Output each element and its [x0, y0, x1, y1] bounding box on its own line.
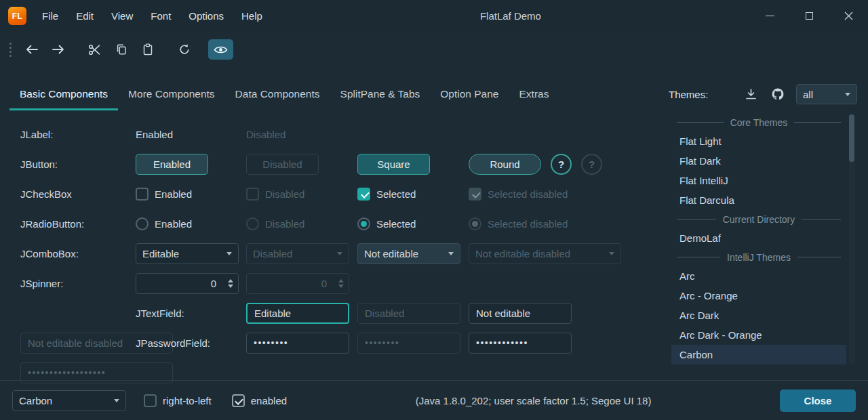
theme-select-combo[interactable]: Carbon: [12, 390, 126, 411]
radio-circle-selected: [469, 217, 481, 230]
tab-data-components[interactable]: Data Components: [225, 77, 330, 112]
textfield-editable[interactable]: Editable: [246, 303, 349, 324]
maximize-icon: [806, 12, 813, 20]
titlebar: FL File Edit View Font Options Help Flat…: [0, 0, 868, 32]
themes-header: Themes: all: [669, 77, 857, 112]
close-icon: [844, 12, 853, 20]
download-themes-button[interactable]: [741, 85, 761, 104]
combobox-value: Editable: [142, 248, 179, 259]
toolbar: [0, 32, 868, 67]
tab-option-pane[interactable]: Option Pane: [430, 77, 509, 112]
enabled-checkbox[interactable]: enabled: [232, 394, 287, 407]
textfield-not-editable[interactable]: Not editable: [469, 303, 572, 324]
chevron-down-icon: [337, 252, 342, 255]
spinner-arrows[interactable]: [223, 279, 238, 288]
radio-selected[interactable]: Selected: [357, 217, 416, 230]
radio-circle-selected: [357, 217, 370, 230]
theme-item-flat-dark[interactable]: Flat Dark: [671, 151, 846, 171]
menu-view[interactable]: View: [102, 0, 142, 32]
theme-item-arc-dark[interactable]: Arc Dark: [671, 306, 846, 325]
spinner-value: 0: [247, 278, 334, 289]
menu-edit[interactable]: Edit: [67, 0, 102, 32]
themes-scrollbar[interactable]: [849, 113, 854, 364]
checkbox-label: Selected disabled: [488, 188, 568, 200]
menu-font[interactable]: Font: [142, 0, 180, 32]
themes-scrollbar-thumb[interactable]: [849, 114, 854, 162]
tab-splitpane-tabs[interactable]: SplitPane & Tabs: [330, 77, 431, 112]
radio-selected-disabled: Selected disabled: [469, 217, 568, 230]
theme-item-demolaf[interactable]: DemoLaf: [671, 228, 846, 248]
themes-filter-value: all: [803, 89, 813, 100]
checkbox-selected[interactable]: Selected: [357, 188, 416, 201]
theme-separator-core: Core Themes: [671, 113, 846, 131]
passwordfield-editable[interactable]: ••••••••: [246, 333, 349, 354]
maximize-button[interactable]: [789, 0, 829, 32]
github-button[interactable]: [768, 85, 788, 104]
spinner-enabled[interactable]: 0: [136, 273, 239, 294]
button-disabled: Disabled: [246, 154, 319, 175]
back-button[interactable]: [19, 39, 44, 60]
combobox-editable[interactable]: Editable: [136, 243, 239, 264]
button-enabled[interactable]: Enabled: [136, 154, 208, 175]
bottom-bar: Carbon right-to-left enabled (Java 1.8.0…: [0, 380, 868, 420]
textfield-value: Not editable: [476, 308, 530, 319]
button-round[interactable]: Round: [469, 154, 541, 175]
checkbox-disabled: Disabled: [246, 188, 304, 201]
minimize-icon: [766, 16, 774, 16]
themes-label: Themes:: [669, 89, 708, 100]
checkbox-box-checked: [232, 394, 245, 407]
paste-button[interactable]: [135, 39, 160, 60]
theme-separator-current-directory: Current Directory: [671, 210, 846, 228]
spinner-disabled: 0: [246, 273, 349, 294]
refresh-icon: [178, 43, 191, 56]
radio-enabled[interactable]: Enabled: [136, 217, 192, 230]
theme-item-flat-light[interactable]: Flat Light: [671, 131, 846, 151]
chevron-down-icon: [609, 252, 614, 255]
download-icon: [745, 88, 757, 100]
theme-item-carbon[interactable]: Carbon: [671, 345, 846, 364]
spinner-up-icon: [228, 279, 233, 282]
textfield-value: Editable: [254, 308, 291, 319]
checkbox-enabled[interactable]: Enabled: [136, 188, 192, 201]
menu-options[interactable]: Options: [180, 0, 233, 32]
cut-button[interactable]: [82, 39, 107, 60]
right-to-left-checkbox[interactable]: right-to-left: [144, 394, 212, 407]
forward-button[interactable]: [45, 39, 71, 60]
toolbar-grip[interactable]: [9, 43, 12, 57]
status-text: (Java 1.8.0_202; user scale factor 1.5; …: [287, 395, 780, 406]
checkbox-box: [144, 394, 157, 407]
tab-bar: Basic Components More Components Data Co…: [9, 77, 559, 112]
radio-label: Selected: [376, 218, 416, 230]
tab-extras[interactable]: Extras: [509, 77, 559, 112]
theme-item-flat-intellij[interactable]: Flat IntelliJ: [671, 171, 846, 190]
textfield-disabled: Disabled: [357, 303, 460, 324]
passwordfield-value: ••••••••••••••••••: [28, 367, 106, 378]
combobox-not-editable-disabled: Not editable disabled: [469, 243, 621, 264]
menu-file[interactable]: File: [33, 0, 67, 32]
close-button[interactable]: Close: [780, 390, 856, 412]
help-button[interactable]: ?: [551, 154, 572, 175]
radio-label: Selected disabled: [488, 218, 568, 230]
refresh-button[interactable]: [172, 39, 197, 60]
tab-basic-components[interactable]: Basic Components: [9, 77, 118, 112]
theme-item-arc[interactable]: Arc: [671, 266, 846, 286]
minimize-button[interactable]: [750, 0, 789, 32]
radio-label: Enabled: [155, 218, 192, 230]
menu-help[interactable]: Help: [233, 0, 271, 32]
passwordfield-not-editable[interactable]: ••••••••••••: [469, 333, 572, 354]
menubar: File Edit View Font Options Help: [33, 0, 271, 32]
jradiobutton-row-label: JRadioButton:: [20, 218, 84, 230]
themes-filter-combo[interactable]: all: [796, 84, 857, 104]
copy-button[interactable]: [108, 39, 134, 60]
combobox-not-editable[interactable]: Not editable: [357, 243, 460, 264]
theme-item-arc-dark-orange[interactable]: Arc Dark - Orange: [671, 325, 846, 345]
close-window-button[interactable]: [829, 0, 868, 32]
spinner-down-icon: [228, 285, 233, 288]
show-toggle-button[interactable]: [208, 39, 233, 60]
tab-more-components[interactable]: More Components: [118, 77, 225, 112]
button-square[interactable]: Square: [357, 154, 430, 175]
spinner-up-icon: [338, 279, 344, 282]
theme-item-flat-darcula[interactable]: Flat Darcula: [671, 190, 846, 210]
theme-item-arc-orange[interactable]: Arc - Orange: [671, 286, 846, 306]
theme-separator-intellij-themes: IntelliJ Themes: [671, 248, 846, 266]
